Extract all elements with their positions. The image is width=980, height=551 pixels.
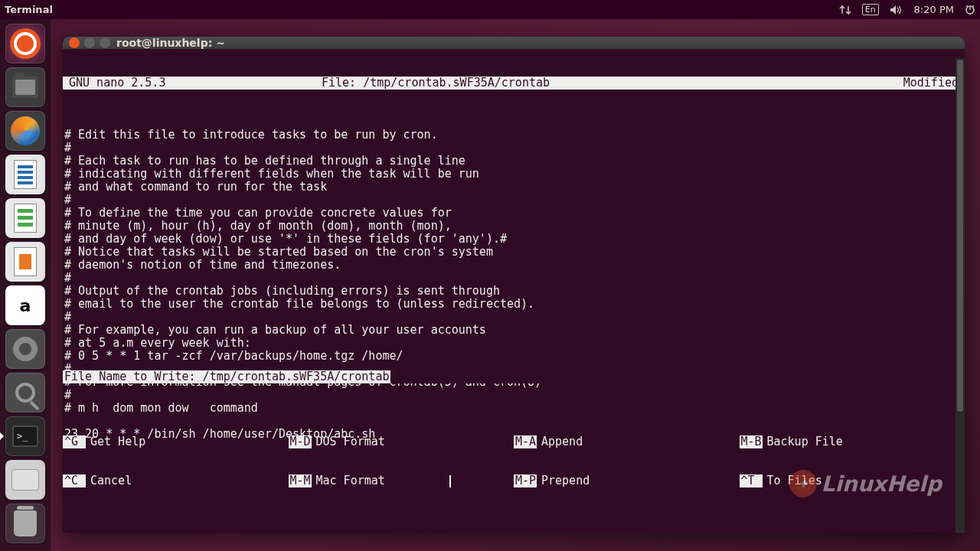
- shortcut-desc: Mac Format: [312, 474, 385, 487]
- impress-icon[interactable]: [5, 242, 45, 282]
- watermark-icon: ✦: [789, 470, 817, 497]
- shortcut-desc: Backup File: [763, 435, 843, 448]
- writer-icon[interactable]: [5, 155, 45, 194]
- trash-icon[interactable]: [5, 504, 45, 543]
- write-prompt-label: File Name to Write: /tmp/crontab.sWF35A/…: [63, 370, 390, 383]
- network-icon[interactable]: [839, 5, 851, 15]
- clock[interactable]: 8:20 PM: [914, 4, 954, 15]
- shortcut-desc: Cancel: [86, 474, 132, 487]
- scrollbar-thumb[interactable]: [957, 60, 963, 412]
- shortcut-row-1: ^GGet Help M-DDOS Format M-AAppend M-BBa…: [63, 435, 965, 448]
- shortcut-key: M-P: [514, 474, 537, 487]
- shortcut-key: ^T: [740, 474, 763, 487]
- svg-point-3: [969, 13, 971, 15]
- search-icon[interactable]: [5, 373, 45, 412]
- nano-footer: File Name to Write: /tmp/crontab.sWF35A/…: [63, 344, 965, 533]
- shortcut-key: M-B: [740, 435, 763, 448]
- terminal-icon[interactable]: >_: [5, 416, 45, 456]
- maximize-button[interactable]: [100, 37, 110, 48]
- settings-icon[interactable]: [5, 329, 45, 369]
- window-title: root@linuxhelp: ~: [116, 37, 225, 49]
- write-prompt[interactable]: File Name to Write: /tmp/crontab.sWF35A/…: [63, 370, 965, 383]
- close-button[interactable]: [69, 37, 80, 48]
- nano-status: Modified: [882, 77, 959, 90]
- shortcut-desc: Prepend: [537, 474, 590, 487]
- shortcut-key: M-D: [289, 435, 312, 448]
- terminal-body[interactable]: GNU nano 2.5.3 File: /tmp/crontab.sWF35A…: [63, 49, 965, 533]
- scrollbar[interactable]: [956, 58, 965, 533]
- shortcut-key: M-A: [514, 435, 537, 448]
- session-icon[interactable]: [965, 5, 975, 15]
- sound-icon[interactable]: [890, 5, 903, 15]
- terminal-window: root@linuxhelp: ~ GNU nano 2.5.3 File: /…: [63, 37, 965, 533]
- amazon-icon[interactable]: a: [5, 285, 45, 325]
- nano-header: GNU nano 2.5.3 File: /tmp/crontab.sWF35A…: [63, 77, 965, 90]
- nano-file: File: /tmp/crontab.sWF35A/crontab: [322, 77, 882, 90]
- top-panel: Terminal En 8:20 PM: [0, 0, 980, 19]
- watermark-text: LinuxHelp: [822, 471, 942, 497]
- shortcut-desc: DOS Format: [312, 435, 385, 448]
- shortcut-key: ^C: [63, 474, 86, 487]
- unity-launcher: a >_: [0, 19, 51, 551]
- minimize-button[interactable]: [84, 37, 95, 48]
- watermark: ✦ LinuxHelp: [789, 470, 942, 497]
- svg-point-1: [966, 5, 968, 7]
- files-icon[interactable]: [5, 67, 45, 107]
- disk-icon[interactable]: [5, 460, 45, 500]
- shortcut-desc: Get Help: [86, 435, 145, 448]
- keyboard-indicator[interactable]: En: [862, 4, 879, 15]
- shortcut-key: ^G: [63, 435, 86, 448]
- shortcut-key: M-M: [289, 474, 312, 487]
- firefox-icon[interactable]: [5, 111, 45, 151]
- window-titlebar[interactable]: root@linuxhelp: ~: [63, 37, 965, 49]
- active-app-title: Terminal: [5, 4, 839, 15]
- svg-point-2: [972, 5, 974, 7]
- nano-version: GNU nano 2.5.3: [69, 77, 322, 90]
- indicator-area: En 8:20 PM: [839, 4, 975, 15]
- calc-icon[interactable]: [5, 198, 45, 238]
- dash-icon[interactable]: [5, 24, 45, 64]
- shortcut-desc: Append: [537, 435, 583, 448]
